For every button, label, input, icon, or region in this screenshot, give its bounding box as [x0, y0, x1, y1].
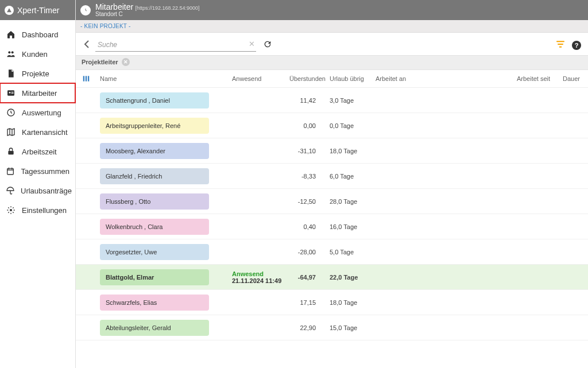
filter-chip-remove-icon[interactable]: ✕ — [122, 58, 130, 66]
svg-rect-4 — [11, 92, 14, 92]
table-row[interactable]: Vorgesetzter, Uwe-28,005,0 Tage — [76, 239, 588, 265]
svg-point-3 — [9, 92, 11, 94]
sidebar: Xpert-Timer DashboardKundenProjekteMitar… — [0, 0, 76, 368]
col-header-ueberstunden[interactable]: Überstunden — [286, 70, 326, 88]
col-header-urlaub[interactable]: Urlaub übrig — [326, 70, 372, 88]
cell-arbeitet-seit — [513, 189, 559, 214]
cell-dauer — [559, 265, 588, 290]
home-icon — [6, 29, 16, 40]
cell-arbeitet-an — [372, 113, 513, 138]
idcard-icon — [6, 88, 16, 98]
cell-dauer — [559, 290, 588, 315]
employee-name-pill: Glanzfeld , Friedrich — [100, 168, 209, 184]
cell-urlaub: 6,0 Tage — [326, 164, 372, 189]
cell-anwesend — [229, 113, 286, 138]
cell-arbeitet-seit — [513, 315, 559, 340]
sidebar-item-label: Kunden — [22, 50, 48, 59]
back-button[interactable] — [82, 40, 92, 50]
cell-anwesend — [229, 239, 286, 265]
employee-table: Name Anwesend Überstunden Urlaub übrig A… — [76, 70, 588, 340]
col-header-dauer[interactable]: Dauer — [559, 70, 588, 88]
cell-arbeitet-seit — [513, 88, 559, 113]
sidebar-item-arbeitszeit[interactable]: Arbeitszeit — [0, 142, 75, 161]
cell-ueberstunden: 0,40 — [286, 214, 326, 239]
table-row[interactable]: Schattengrund , Daniel11,423,0 Tage — [76, 88, 588, 113]
col-header-arbeitet-an[interactable]: Arbeitet an — [372, 70, 513, 88]
table-row[interactable]: Arbeitsgruppenleiter, René0,000,0 Tage — [76, 113, 588, 138]
svg-point-0 — [8, 51, 10, 53]
clock-icon — [6, 107, 16, 118]
cell-urlaub: 22,0 Tage — [326, 265, 372, 290]
sidebar-item-label: Auswertung — [22, 109, 61, 117]
col-header-arbeitet-seit[interactable]: Arbeitet seit — [513, 70, 559, 88]
cell-urlaub: 3,0 Tage — [326, 88, 372, 113]
search-field-wrap: ✕ — [95, 38, 256, 52]
cell-arbeitet-an — [372, 315, 513, 340]
employee-name-pill: Arbeitsgruppenleiter, René — [100, 118, 209, 134]
filter-button[interactable] — [556, 40, 565, 51]
cell-ueberstunden: 11,42 — [286, 88, 326, 113]
table-row[interactable]: Abteilungsleiter, Gerald22,9015,0 Tage — [76, 315, 588, 340]
page-subtitle: Standort C — [95, 11, 200, 17]
cell-ueberstunden: -31,10 — [286, 138, 326, 164]
sidebar-item-urlaubsantraege[interactable]: Urlaubsanträge — [0, 181, 75, 200]
anwesend-status: Anwesend — [232, 270, 283, 277]
search-input[interactable] — [95, 38, 256, 52]
sidebar-item-kunden[interactable]: Kunden — [0, 44, 75, 64]
filter-chip-projektleiter[interactable]: Projektleiter ✕ — [82, 58, 130, 66]
table-row[interactable]: Glanzfeld , Friedrich-8,336,0 Tage — [76, 164, 588, 189]
sidebar-item-label: Einstellungen — [22, 206, 67, 215]
cell-urlaub: 18,0 Tage — [326, 290, 372, 315]
employee-name-pill: Flussberg , Otto — [100, 193, 209, 210]
calendar-icon — [6, 166, 15, 176]
cell-arbeitet-seit — [513, 113, 559, 138]
help-button[interactable]: ? — [572, 41, 581, 50]
cell-anwesend — [229, 189, 286, 214]
sidebar-item-dashboard[interactable]: Dashboard — [0, 25, 75, 44]
map-icon — [6, 127, 16, 137]
cell-dauer — [559, 113, 588, 138]
cell-ueberstunden: -64,97 — [286, 265, 326, 290]
table-row[interactable]: Wolkenbruch , Clara0,4016,0 Tage — [76, 214, 588, 239]
sidebar-item-kartenansicht[interactable]: Kartenansicht — [0, 122, 75, 142]
clear-search-icon[interactable]: ✕ — [249, 40, 255, 48]
cell-dauer — [559, 88, 588, 113]
cell-urlaub: 18,0 Tage — [326, 138, 372, 164]
col-header-anwesend[interactable]: Anwesend — [229, 70, 286, 88]
sidebar-item-label: Urlaubsanträge — [21, 187, 72, 195]
employee-name-pill: Moosberg, Alexander — [100, 143, 209, 159]
table-row[interactable]: Blattgold, ElmarAnwesend21.11.2024 11:49… — [76, 265, 588, 290]
sidebar-item-mitarbeiter[interactable]: Mitarbeiter — [0, 83, 75, 103]
app-name: Xpert-Timer — [17, 6, 59, 15]
app-logo-icon — [5, 6, 14, 15]
sidebar-item-einstellungen[interactable]: Einstellungen — [0, 200, 75, 220]
topbar: Mitarbeiter [https://192.168.22.54:9000]… — [76, 0, 588, 20]
sidebar-item-auswertung[interactable]: Auswertung — [0, 103, 75, 122]
column-toggle-button[interactable] — [76, 70, 96, 88]
table-row[interactable]: Schwarzfels, Elias17,1518,0 Tage — [76, 290, 588, 315]
cell-urlaub: 5,0 Tage — [326, 239, 372, 265]
cell-dauer — [559, 189, 588, 214]
cell-arbeitet-an — [372, 189, 513, 214]
app-logo-bar: Xpert-Timer — [0, 0, 75, 20]
sidebar-item-label: Dashboard — [22, 30, 59, 39]
project-bar: - KEIN PROJEKT - — [76, 20, 588, 33]
cell-anwesend — [229, 315, 286, 340]
cell-dauer — [559, 239, 588, 265]
cell-anwesend — [229, 138, 286, 164]
sidebar-item-tagessummen[interactable]: Tagessummen — [0, 161, 75, 181]
table-row[interactable]: Flussberg , Otto-12,5028,0 Tage — [76, 189, 588, 214]
refresh-button[interactable] — [263, 40, 272, 51]
people-icon — [6, 49, 16, 59]
cell-arbeitet-seit — [513, 138, 559, 164]
nav-list: DashboardKundenProjekteMitarbeiterAuswer… — [0, 20, 75, 224]
col-header-name[interactable]: Name — [96, 70, 229, 88]
employee-name-pill: Wolkenbruch , Clara — [100, 219, 209, 235]
cell-ueberstunden: 0,00 — [286, 113, 326, 138]
table-row[interactable]: Moosberg, Alexander-31,1018,0 Tage — [76, 138, 588, 164]
cell-dauer — [559, 164, 588, 189]
cell-dauer — [559, 214, 588, 239]
cell-anwesend — [229, 290, 286, 315]
sidebar-item-projekte[interactable]: Projekte — [0, 64, 75, 83]
svg-rect-11 — [83, 76, 84, 81]
